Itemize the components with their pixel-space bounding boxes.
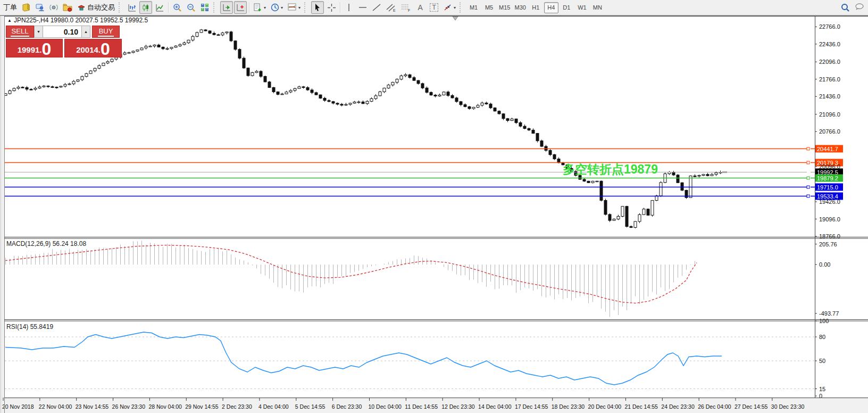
svg-text:30 Dec 23:30: 30 Dec 23:30 <box>771 403 805 410</box>
svg-text:19096.0: 19096.0 <box>819 216 840 222</box>
hline-handle <box>807 161 809 164</box>
sell-button[interactable]: SELL <box>6 26 34 38</box>
svg-text:19426.0: 19426.0 <box>819 199 840 205</box>
svg-text:28 Nov 04:00: 28 Nov 04:00 <box>148 403 182 410</box>
svg-text:20096.0: 20096.0 <box>819 163 840 170</box>
spin-up-icon: ▲ <box>84 30 88 34</box>
svg-text:20 Dec 04:00: 20 Dec 04:00 <box>588 403 622 410</box>
svg-text:20441.7: 20441.7 <box>817 146 838 152</box>
svg-text:0.00: 0.00 <box>819 261 830 268</box>
svg-text:29 Nov 14:55: 29 Nov 14:55 <box>185 403 219 410</box>
volume-increase-button[interactable]: ▲ <box>81 26 90 38</box>
macd-label: MACD(12,26,9) 56.24 18.08 <box>6 240 86 247</box>
svg-text:4 Dec 04:00: 4 Dec 04:00 <box>258 403 289 410</box>
svg-text:22436.0: 22436.0 <box>819 41 840 47</box>
svg-text:205.76: 205.76 <box>819 241 837 247</box>
svg-text:20766.0: 20766.0 <box>819 128 840 135</box>
svg-text:19715.0: 19715.0 <box>817 184 838 191</box>
buy-price-main: 20014. <box>76 45 101 57</box>
svg-text:0: 0 <box>819 393 822 399</box>
hline-handle <box>807 186 809 188</box>
buy-button-label: BUY <box>98 27 114 37</box>
svg-text:10 Dec 04:00: 10 Dec 04:00 <box>369 403 402 410</box>
svg-text:21436.0: 21436.0 <box>819 93 840 100</box>
svg-text:14 Dec 04:00: 14 Dec 04:00 <box>478 403 512 410</box>
sell-price-display[interactable]: 19991. 0 <box>6 39 63 57</box>
svg-text:21 Dec 14:55: 21 Dec 14:55 <box>624 403 658 410</box>
svg-text:21096.0: 21096.0 <box>819 111 840 118</box>
volume-decrease-button[interactable]: ▼ <box>34 26 43 38</box>
svg-text:5 Dec 14:55: 5 Dec 14:55 <box>295 403 326 410</box>
svg-text:18 Dec 23:30: 18 Dec 23:30 <box>552 403 585 410</box>
svg-text:24 Dec 23:30: 24 Dec 23:30 <box>661 403 695 410</box>
sell-button-label: SELL <box>11 27 30 37</box>
chart-canvas[interactable]: 20441.720179.319992.519879.219715.019533… <box>0 0 868 413</box>
window-collapse-marker: ▲ <box>7 18 12 23</box>
svg-text:11 Dec 14:55: 11 Dec 14:55 <box>405 403 438 410</box>
buy-price-pips: 0 <box>101 41 110 57</box>
svg-text:26 Dec 04:00: 26 Dec 04:00 <box>698 403 731 410</box>
sell-price-main: 19991. <box>18 45 42 57</box>
svg-text:80: 80 <box>819 334 825 340</box>
buy-button[interactable]: BUY <box>92 26 120 38</box>
svg-text:17 Dec 14:55: 17 Dec 14:55 <box>515 403 548 410</box>
hline-handle <box>807 147 809 150</box>
svg-text:20 Nov 2018: 20 Nov 2018 <box>2 403 34 410</box>
hline-handle <box>807 195 809 197</box>
svg-text:22 Nov 04:00: 22 Nov 04:00 <box>39 403 72 410</box>
svg-text:23 Nov 14:55: 23 Nov 14:55 <box>76 403 109 410</box>
svg-text:6 Dec 23:30: 6 Dec 23:30 <box>332 403 362 410</box>
svg-text:22096.0: 22096.0 <box>819 59 840 65</box>
turning-point-annotation: 多空转折点19879 <box>563 162 658 176</box>
svg-text:27 Dec 14:55: 27 Dec 14:55 <box>735 403 768 410</box>
spin-down-icon: ▼ <box>37 30 40 34</box>
buy-price-display[interactable]: 20014. 0 <box>64 39 122 57</box>
svg-text:26 Nov 23:30: 26 Nov 23:30 <box>112 403 146 410</box>
svg-text:21766.0: 21766.0 <box>819 76 840 82</box>
svg-text:2 Dec 23:30: 2 Dec 23:30 <box>222 403 252 410</box>
volume-input[interactable] <box>43 26 81 38</box>
svg-text:-493.77: -493.77 <box>819 310 839 317</box>
svg-text:22766.0: 22766.0 <box>819 23 840 30</box>
one-click-trading-panel: SELL ▼ ▲ BUY 19991. 0 20014. 0 <box>6 26 122 57</box>
svg-text:19879.2: 19879.2 <box>817 175 838 181</box>
svg-text:50: 50 <box>819 358 825 364</box>
hline-handle <box>807 177 809 179</box>
svg-text:15: 15 <box>819 386 825 392</box>
rsi-label: RSI(14) 55.8419 <box>6 323 53 331</box>
svg-text:12 Dec 23:30: 12 Dec 23:30 <box>441 403 475 410</box>
chart-info-line: JPN225-,H4 19980.0 20027.5 19952.5 19992… <box>14 16 148 24</box>
sell-price-pips: 0 <box>42 41 52 57</box>
